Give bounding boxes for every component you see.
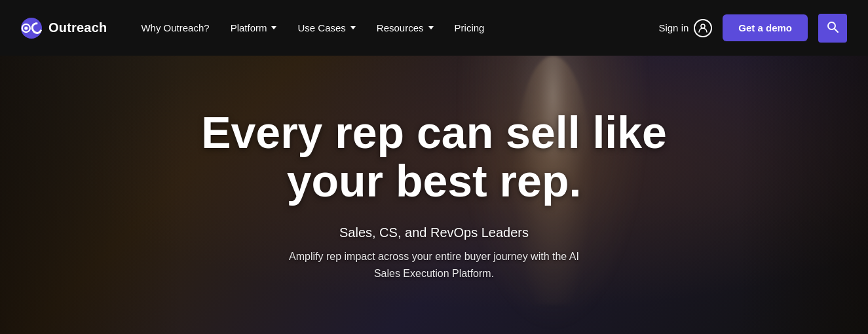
resources-chevron-icon xyxy=(428,26,434,29)
hero-headline: Every rep can sell like your best rep. xyxy=(179,108,690,206)
hero-subheadline: Sales, CS, and RevOps Leaders xyxy=(339,225,529,240)
sign-in-label: Sign in xyxy=(658,22,689,33)
search-button[interactable] xyxy=(818,14,847,43)
use-cases-chevron-icon xyxy=(350,26,356,29)
navbar-left: Outreach Why Outreach? Platform Use Case… xyxy=(21,17,492,39)
nav-item-use-cases[interactable]: Use Cases xyxy=(290,17,363,39)
hero-content: Every rep can sell like your best rep. S… xyxy=(0,56,868,334)
nav-item-platform[interactable]: Platform xyxy=(223,17,285,39)
svg-line-4 xyxy=(835,29,838,32)
navbar-right: Sign in Get a demo xyxy=(658,14,847,43)
logo-icon xyxy=(21,18,42,39)
svg-point-2 xyxy=(701,24,705,28)
nav-item-pricing[interactable]: Pricing xyxy=(447,17,493,39)
logo-text: Outreach xyxy=(48,20,107,35)
sign-in-button[interactable]: Sign in xyxy=(658,19,712,37)
navbar: Outreach Why Outreach? Platform Use Case… xyxy=(0,0,868,56)
nav-item-resources[interactable]: Resources xyxy=(369,17,442,39)
platform-chevron-icon xyxy=(271,26,276,29)
logo-link[interactable]: Outreach xyxy=(21,18,107,39)
svg-point-1 xyxy=(24,26,28,29)
nav-item-why-outreach[interactable]: Why Outreach? xyxy=(133,17,217,39)
nav-links: Why Outreach? Platform Use Cases Resourc… xyxy=(133,17,492,39)
search-icon xyxy=(826,20,839,35)
user-icon xyxy=(694,19,712,37)
get-demo-button[interactable]: Get a demo xyxy=(723,14,808,41)
hero-description: Amplify rep impact across your entire bu… xyxy=(277,248,592,282)
